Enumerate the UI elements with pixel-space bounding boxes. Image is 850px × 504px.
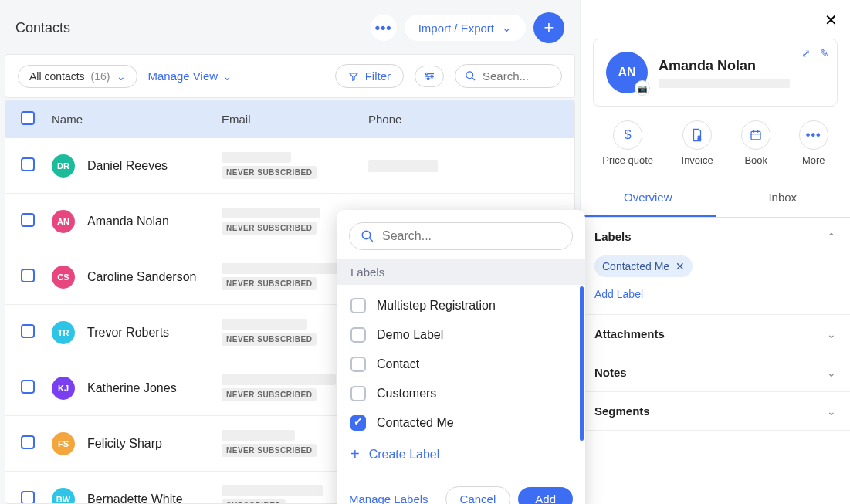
contact-name: Amanda Nolan [87, 215, 169, 228]
section-labels: Labels ⌃ Contacted Me ✕ Add Label [581, 218, 850, 315]
add-label-button[interactable]: Add Label [594, 288, 643, 300]
avatar: DR [52, 154, 75, 178]
filter-button[interactable]: Filter [335, 64, 404, 88]
section-attachments: Attachments ⌄ [581, 315, 850, 353]
svg-point-3 [466, 72, 473, 79]
redacted-text [222, 152, 291, 163]
plus-icon: + [350, 445, 360, 463]
profile-card: ⤢ ✎ AN 📷 Amanda Nolan [593, 39, 838, 107]
checkbox[interactable] [350, 357, 366, 372]
label-option[interactable]: Contacted Me [343, 408, 579, 438]
popover-heading: Labels [337, 259, 585, 285]
label-option-text: Demo Label [377, 328, 443, 342]
search-input[interactable] [483, 69, 552, 83]
scrollbar[interactable] [580, 286, 584, 441]
section-segments-header[interactable]: Segments ⌄ [581, 392, 850, 430]
display-settings-button[interactable] [415, 66, 444, 87]
redacted-text [222, 430, 295, 441]
contact-name: Amanda Nolan [659, 58, 790, 74]
label-picker-popover: Labels Multistep RegistrationDemo LabelC… [337, 210, 585, 504]
row-checkbox[interactable] [21, 380, 35, 394]
dollar-icon: $ [625, 128, 632, 142]
section-segments: Segments ⌄ [581, 392, 850, 431]
chevron-down-icon: ⌄ [222, 69, 232, 83]
label-option[interactable]: Demo Label [343, 320, 579, 350]
label-option-text: Customers [377, 387, 436, 401]
new-contact-button[interactable]: + [533, 12, 564, 43]
column-name[interactable]: Name [52, 113, 222, 126]
checkbox[interactable] [350, 386, 366, 401]
cancel-button[interactable]: Cancel [445, 486, 511, 504]
edit-icon[interactable]: ✎ [820, 47, 829, 59]
row-checkbox[interactable] [21, 324, 35, 338]
label-option-text: Contact [377, 357, 419, 371]
manage-labels-button[interactable]: Manage Labels [349, 492, 428, 504]
contact-name: Bernadette White [87, 492, 183, 505]
page-header: Contacts ••• Import / Export ⌄ + [0, 0, 580, 54]
close-panel-button[interactable]: ✕ [825, 11, 838, 29]
section-attachments-header[interactable]: Attachments ⌄ [581, 315, 850, 353]
remove-label-icon[interactable]: ✕ [676, 260, 685, 272]
close-icon: ✕ [825, 12, 838, 29]
redacted-text [222, 263, 348, 274]
expand-icon[interactable]: ⤢ [801, 47, 811, 59]
add-button[interactable]: Add [518, 487, 573, 504]
action-invoice[interactable]: $ Invoice [682, 120, 713, 166]
avatar: AN 📷 [606, 52, 648, 93]
row-checkbox[interactable] [21, 435, 35, 449]
section-notes-header[interactable]: Notes ⌄ [581, 353, 850, 391]
tab-inbox[interactable]: Inbox [716, 180, 851, 217]
action-book[interactable]: Book [741, 120, 770, 166]
import-export-button[interactable]: Import / Export ⌄ [405, 15, 526, 41]
redacted-text [222, 374, 336, 385]
subscription-tag: NEVER SUBSCRIBED [222, 277, 317, 290]
detail-panel: ✕ ⤢ ✎ AN 📷 Amanda Nolan $ Price quote [580, 0, 850, 504]
create-label-button[interactable]: +Create Label [343, 438, 579, 471]
row-checkbox[interactable] [21, 269, 35, 282]
svg-point-1 [431, 75, 433, 77]
checkbox[interactable] [350, 298, 366, 313]
checkbox[interactable] [350, 415, 366, 431]
search-icon [361, 229, 374, 243]
label-search-input[interactable] [382, 229, 561, 243]
sliders-icon [423, 71, 435, 82]
label-option[interactable]: Contact [343, 350, 579, 379]
svg-point-2 [427, 78, 429, 80]
chevron-down-icon: ⌄ [827, 405, 836, 418]
chevron-down-icon: ⌄ [502, 21, 512, 35]
table-row[interactable]: DR Daniel Reeves NEVER SUBSCRIBED [5, 138, 574, 194]
more-actions-button[interactable]: ••• [371, 15, 397, 41]
view-selector[interactable]: All contacts (16) ⌄ [18, 65, 137, 88]
camera-icon[interactable]: 📷 [635, 80, 650, 96]
column-phone[interactable]: Phone [368, 113, 559, 126]
svg-text:$: $ [698, 135, 701, 140]
subscription-tag: NEVER SUBSCRIBED [222, 333, 317, 346]
manage-view-button[interactable]: Manage View ⌄ [148, 69, 233, 83]
avatar: FS [52, 432, 75, 455]
label-option[interactable]: Multistep Registration [343, 291, 579, 320]
quick-actions: $ Price quote $ Invoice Book ••• More [588, 120, 842, 166]
redacted-text [222, 485, 323, 496]
action-more[interactable]: ••• More [799, 120, 828, 166]
row-checkbox[interactable] [21, 213, 35, 227]
select-all-checkbox[interactable] [21, 111, 35, 125]
redacted-text [222, 208, 320, 218]
subscription-tag: NEVER SUBSCRIBED [222, 388, 317, 401]
contact-name: Daniel Reeves [87, 159, 168, 173]
contact-name: Trevor Roberts [87, 326, 169, 340]
chevron-up-icon: ⌃ [827, 231, 836, 243]
section-labels-header[interactable]: Labels ⌃ [581, 218, 850, 255]
row-checkbox[interactable] [21, 157, 35, 171]
redacted-text [368, 160, 438, 172]
search-field[interactable] [455, 64, 562, 88]
label-search[interactable] [349, 222, 573, 250]
row-checkbox[interactable] [21, 491, 35, 504]
column-email[interactable]: Email [222, 113, 368, 126]
checkbox[interactable] [350, 327, 366, 343]
redacted-text [659, 79, 790, 88]
label-option[interactable]: Customers [343, 379, 579, 408]
tab-overview[interactable]: Overview [581, 180, 716, 217]
search-icon [465, 70, 476, 82]
action-price-quote[interactable]: $ Price quote [602, 120, 653, 166]
contact-name: Felicity Sharp [87, 437, 162, 451]
